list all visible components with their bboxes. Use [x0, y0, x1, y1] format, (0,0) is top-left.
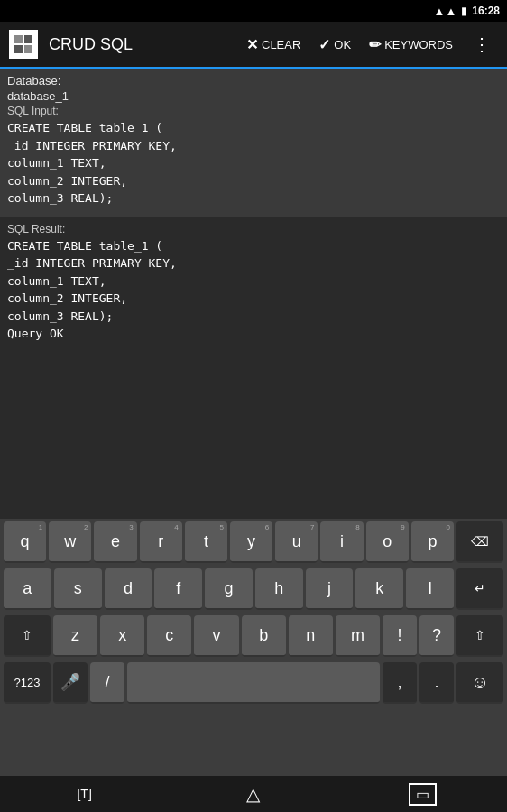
content-area: Database: database_1 SQL Input: CREATE T… — [0, 69, 507, 551]
key-g[interactable]: g — [205, 568, 253, 610]
key-y[interactable]: 6y — [230, 521, 272, 563]
key-emoji[interactable]: ☺ — [456, 662, 503, 704]
clear-button[interactable]: ✕ CLEAR — [241, 32, 306, 57]
nav-home-button[interactable]: △ — [226, 776, 281, 812]
ok-button[interactable]: ✓ OK — [313, 32, 356, 57]
clear-label: CLEAR — [262, 38, 300, 51]
key-r[interactable]: 4r — [140, 521, 182, 563]
sql-result-label: SQL Result: — [7, 223, 500, 235]
ok-icon: ✓ — [318, 36, 330, 53]
app-title: CRUD SQL — [49, 35, 234, 54]
sql-input-section: Database: database_1 SQL Input: CREATE T… — [0, 69, 507, 217]
key-i[interactable]: 8i — [320, 521, 363, 563]
nav-recent-icon: ▭ — [409, 783, 437, 806]
nav-home-icon: △ — [246, 783, 260, 805]
sql-input-text[interactable]: CREATE TABLE table_1 (_id INTEGER PRIMAR… — [7, 119, 500, 208]
keyboard-row-4: ?123 🎤 / , . ☺ — [0, 660, 507, 706]
status-bar: ▲▲ ▮ 16:28 — [0, 0, 507, 22]
key-shift-left[interactable]: ⇧ — [4, 615, 51, 657]
key-o[interactable]: 9o — [366, 521, 409, 563]
keywords-button[interactable]: ✏ KEYWORDS — [364, 32, 458, 57]
keyboard-row-2: a s d f g h j k l ↵ — [0, 566, 507, 613]
sql-result-text: CREATE TABLE table_1 ( _id INTEGER PRIMA… — [7, 237, 500, 343]
key-f[interactable]: f — [154, 568, 202, 610]
key-shift-right[interactable]: ⇧ — [456, 615, 503, 657]
nav-back-icon: [T] — [77, 787, 91, 801]
keyboard-row-3: ⇧ z x c v b n m ! ? ⇧ — [0, 613, 507, 660]
key-u[interactable]: 7u — [275, 521, 318, 563]
ok-label: OK — [334, 38, 351, 51]
grid-logo-icon — [14, 35, 32, 53]
key-d[interactable]: d — [105, 568, 152, 610]
key-z[interactable]: z — [53, 615, 97, 657]
key-s[interactable]: s — [54, 568, 102, 610]
toolbar: CRUD SQL ✕ CLEAR ✓ OK ✏ KEYWORDS ⋮ — [0, 22, 507, 69]
key-h[interactable]: h — [255, 568, 303, 610]
database-label: Database: — [7, 74, 500, 88]
wifi-icon: ▲▲ — [434, 5, 457, 18]
key-l[interactable]: l — [406, 568, 454, 610]
keywords-icon: ✏ — [369, 36, 381, 53]
key-space[interactable] — [127, 662, 380, 704]
key-t[interactable]: 5t — [185, 521, 227, 563]
keyboard-row-1: 1q 2w 3e 4r 5t 6y 7u 8i 9o 0p ⌫ — [0, 519, 507, 566]
clear-icon: ✕ — [246, 36, 258, 53]
key-e[interactable]: 3e — [94, 521, 136, 563]
keyboard: 1q 2w 3e 4r 5t 6y 7u 8i 9o 0p ⌫ a s d f … — [0, 519, 507, 776]
keywords-label: KEYWORDS — [384, 38, 453, 51]
key-j[interactable]: j — [306, 568, 354, 610]
more-options-button[interactable]: ⋮ — [466, 30, 498, 59]
nav-back-button[interactable]: [T] — [58, 776, 112, 812]
key-num-sym[interactable]: ?123 — [4, 662, 51, 704]
battery-icon: ▮ — [461, 5, 467, 17]
key-enter[interactable]: ↵ — [456, 568, 503, 610]
key-backspace[interactable]: ⌫ — [456, 521, 503, 563]
sql-input-label: SQL Input: — [7, 105, 500, 117]
key-question[interactable]: ? — [419, 615, 454, 657]
key-q[interactable]: 1q — [4, 521, 46, 563]
key-m[interactable]: m — [336, 615, 380, 657]
key-period[interactable]: . — [419, 662, 454, 704]
nav-recent-button[interactable]: ▭ — [395, 776, 449, 812]
query-ok-text: Query OK — [7, 327, 64, 340]
key-mic[interactable]: 🎤 — [53, 662, 88, 704]
database-name: database_1 — [7, 89, 500, 103]
status-icons: ▲▲ ▮ 16:28 — [434, 5, 500, 18]
key-c[interactable]: c — [147, 615, 191, 657]
key-x[interactable]: x — [100, 615, 144, 657]
key-n[interactable]: n — [289, 615, 333, 657]
key-b[interactable]: b — [242, 615, 286, 657]
sql-result-section: SQL Result: CREATE TABLE table_1 ( _id I… — [0, 217, 507, 348]
key-a[interactable]: a — [4, 568, 51, 610]
key-p[interactable]: 0p — [411, 521, 454, 563]
key-k[interactable]: k — [355, 568, 403, 610]
key-w[interactable]: 2w — [49, 521, 91, 563]
key-comma[interactable]: , — [383, 662, 417, 704]
app-logo — [9, 30, 38, 59]
key-exclamation[interactable]: ! — [383, 615, 417, 657]
key-slash[interactable]: / — [90, 662, 124, 704]
time-display: 16:28 — [472, 5, 500, 17]
nav-bar: [T] △ ▭ — [0, 776, 507, 812]
key-v[interactable]: v — [194, 615, 238, 657]
